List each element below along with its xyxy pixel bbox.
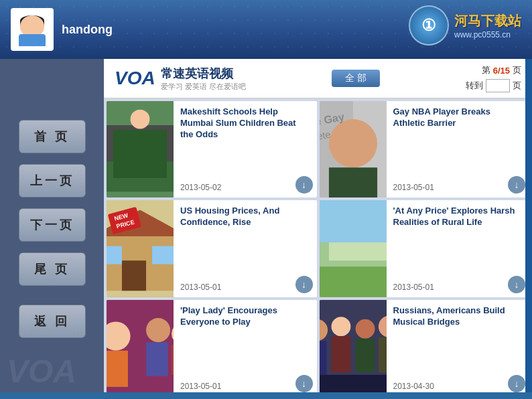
svg-point-37 (355, 319, 375, 339)
site-url-label: www.pc0555.cn (454, 30, 521, 39)
goto-label: 转到 (466, 80, 483, 92)
svg-rect-18 (152, 246, 174, 264)
svg-rect-34 (320, 341, 326, 375)
video-title-v3: US Housing Prices, And Confidence, Rise (180, 206, 312, 228)
svg-rect-29 (146, 342, 168, 376)
svg-rect-2 (107, 125, 174, 161)
svg-point-28 (146, 318, 170, 342)
svg-rect-17 (107, 246, 122, 264)
video-thumb-v5 (107, 300, 174, 396)
content-area: VOA 常速英语视频 爱学习 爱英语 尽在爱语吧 全 部 第 6/15 页 转到 (104, 59, 532, 399)
video-card-v3[interactable]: NEWPRICE US Housing Prices, And Confiden… (107, 200, 317, 297)
video-card-v6[interactable]: Russians, Americans Build Musical Bridge… (320, 300, 530, 396)
page-row-goto: 转到 页 (466, 79, 521, 92)
avatar-body (19, 34, 46, 46)
video-card-v1[interactable]: Makeshift Schools Help Mumbai Slum Child… (107, 101, 317, 197)
category-button[interactable]: 全 部 (332, 70, 380, 87)
video-card-v5[interactable]: 'Play Lady' Encourages Everyone to Play … (107, 300, 317, 396)
svg-rect-31 (172, 344, 174, 374)
video-thumb-v2: The Gay Athlete (320, 101, 387, 197)
next-button[interactable]: 下一页 (19, 208, 86, 242)
video-title-v4: 'At Any Price' Explores Harsh Realities … (393, 206, 525, 228)
download-btn-v5[interactable]: ↓ (295, 375, 313, 392)
download-btn-v4[interactable]: ↓ (508, 276, 525, 293)
video-date-v1: 2013-05-02 (180, 183, 312, 192)
page-label: 第 (482, 64, 490, 76)
last-button[interactable]: 尾 页 (19, 252, 86, 286)
video-thumb-v3: NEWPRICE (107, 200, 174, 297)
svg-rect-27 (107, 350, 128, 386)
video-thumb-v1 (107, 101, 174, 197)
bottom-bar (0, 392, 532, 399)
video-date-v3: 2013-05-01 (180, 283, 312, 292)
svg-rect-36 (331, 336, 350, 372)
download-btn-v1[interactable]: ↓ (295, 176, 313, 193)
right-panel (525, 59, 532, 399)
voa-title-section: 常速英语视频 爱学习 爱英语 尽在爱语吧 (161, 66, 246, 92)
page-info: 第 6/15 页 转到 页 (466, 64, 521, 92)
sidebar: 首 页 上一页 下一页 尾 页 返 回 (0, 59, 104, 399)
site-logo-icon: ① (409, 5, 449, 46)
voa-subtitle: 爱学习 爱英语 尽在爱语吧 (161, 82, 246, 92)
video-title-v6: Russians, Americans Build Musical Bridge… (393, 305, 525, 328)
video-grid: Makeshift Schools Help Mumbai Slum Child… (104, 98, 532, 399)
video-title-v2: Gay NBA Player Breaks Athletic Barrier (393, 106, 525, 129)
avatar (11, 8, 54, 51)
voa-header: VOA 常速英语视频 爱学习 爱英语 尽在爱语吧 全 部 第 6/15 页 转到 (104, 59, 532, 98)
video-title-v5: 'Play Lady' Encourages Everyone to Play (180, 305, 312, 328)
goto-input[interactable] (486, 79, 510, 92)
svg-rect-3 (116, 137, 128, 152)
back-button[interactable]: 返 回 (19, 305, 86, 338)
svg-rect-1 (107, 143, 174, 191)
video-thumb-v4 (320, 200, 387, 297)
page-unit: 页 (513, 64, 521, 76)
current-page: 6/15 (493, 66, 510, 76)
svg-rect-4 (146, 137, 158, 152)
svg-rect-40 (378, 337, 386, 372)
voa-logo-section: VOA 常速英语视频 爱学习 爱英语 尽在爱语吧 (115, 66, 246, 92)
avatar-face (15, 13, 49, 46)
voa-logo: VOA (115, 68, 155, 89)
svg-rect-38 (355, 338, 375, 372)
svg-rect-16 (122, 261, 146, 291)
page-row-current: 第 6/15 页 (482, 64, 521, 76)
svg-rect-23 (320, 200, 387, 242)
logo-area: ① 河马下载站 www.pc0555.cn (409, 5, 521, 46)
video-date-v2: 2013-05-01 (393, 183, 525, 192)
svg-point-35 (331, 317, 350, 336)
svg-point-5 (131, 110, 150, 129)
voa-main-title: 常速英语视频 (161, 66, 246, 82)
video-date-v5: 2013-05-01 (180, 382, 312, 391)
video-date-v4: 2013-05-01 (393, 283, 525, 292)
video-title-v1: Makeshift Schools Help Mumbai Slum Child… (180, 106, 312, 141)
download-btn-v3[interactable]: ↓ (295, 276, 313, 293)
site-info: 河马下载站 www.pc0555.cn (454, 12, 521, 39)
username-label: handong (62, 23, 113, 37)
video-date-v6: 2013-04-30 (393, 382, 525, 391)
video-thumb-v6 (320, 300, 387, 396)
prev-button[interactable]: 上一页 (19, 164, 86, 197)
video-card-v4[interactable]: 'At Any Price' Explores Harsh Realities … (320, 200, 530, 297)
header: handong ① 河马下载站 www.pc0555.cn (0, 0, 532, 59)
home-button[interactable]: 首 页 (19, 120, 86, 153)
site-name-label: 河马下载站 (454, 12, 521, 30)
video-card-v2[interactable]: The Gay Athlete Gay NBA Player Breaks At… (320, 101, 530, 197)
main-area: 首 页 上一页 下一页 尾 页 返 回 VOA 常速英语视频 爱学习 爱英语 尽… (0, 59, 532, 399)
download-btn-v6[interactable]: ↓ (508, 375, 525, 392)
goto-unit: 页 (513, 80, 521, 92)
